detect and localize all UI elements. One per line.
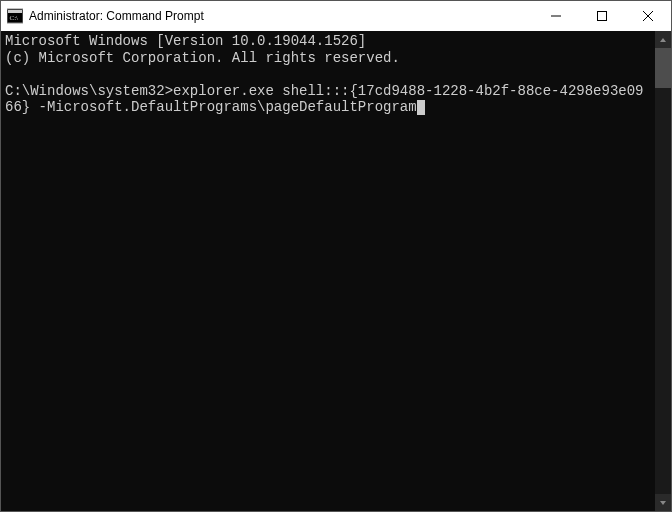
svg-marker-7: [660, 38, 666, 42]
prompt-path: C:\Windows\system32>: [5, 83, 173, 99]
cmd-icon: C:\: [7, 8, 23, 24]
terminal-line: Microsoft Windows [Version 10.0.19044.15…: [5, 33, 366, 49]
svg-rect-4: [598, 12, 607, 21]
command-prompt-window: C:\ Administrator: Command Prompt Micros…: [0, 0, 672, 512]
scroll-up-arrow-icon[interactable]: [655, 31, 671, 48]
svg-marker-8: [660, 501, 666, 505]
terminal-line: (c) Microsoft Corporation. All rights re…: [5, 50, 400, 66]
scroll-track[interactable]: [655, 48, 671, 494]
scroll-down-arrow-icon[interactable]: [655, 494, 671, 511]
terminal-output[interactable]: Microsoft Windows [Version 10.0.19044.15…: [1, 31, 655, 511]
titlebar[interactable]: C:\ Administrator: Command Prompt: [1, 1, 671, 31]
minimize-button[interactable]: [533, 1, 579, 31]
vertical-scrollbar[interactable]: [655, 31, 671, 511]
text-cursor: [417, 100, 425, 115]
svg-text:C:\: C:\: [10, 14, 19, 22]
svg-rect-1: [8, 10, 22, 13]
terminal-prompt-line: C:\Windows\system32>explorer.exe shell::…: [5, 83, 644, 116]
close-button[interactable]: [625, 1, 671, 31]
scroll-thumb[interactable]: [655, 48, 671, 88]
client-area: Microsoft Windows [Version 10.0.19044.15…: [1, 31, 671, 511]
window-title: Administrator: Command Prompt: [29, 9, 204, 23]
maximize-button[interactable]: [579, 1, 625, 31]
window-controls: [533, 1, 671, 31]
